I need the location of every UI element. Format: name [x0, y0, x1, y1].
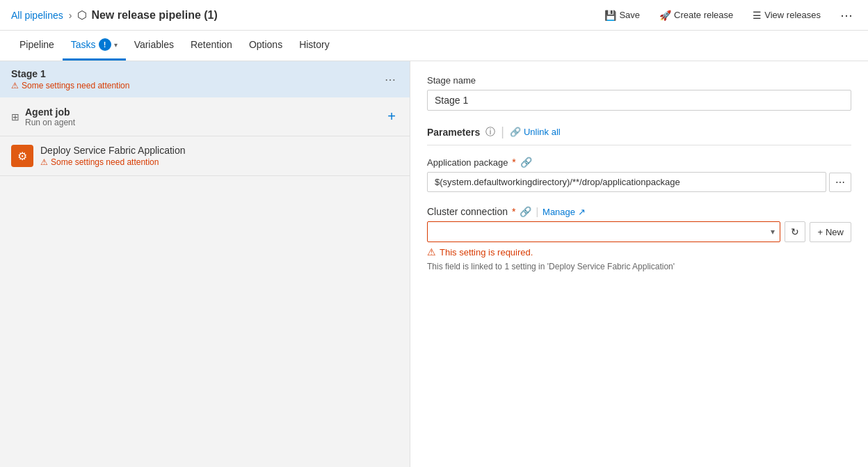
page-title: New release pipeline (1) [91, 9, 217, 22]
stage-name-input[interactable] [427, 90, 851, 111]
tab-options-label: Options [249, 39, 282, 50]
header-actions: 💾 Save 🚀 Create release ☰ View releases … [600, 5, 857, 26]
error-message: ⚠ This setting is required. [427, 246, 851, 258]
tab-variables[interactable]: Variables [126, 31, 182, 61]
tab-pipeline[interactable]: Pipeline [11, 31, 63, 61]
cluster-required-star: * [512, 206, 515, 217]
tab-pipeline-label: Pipeline [19, 39, 54, 50]
error-icon: ⚠ [427, 246, 436, 258]
agent-job-info: Agent job Run on agent [25, 106, 75, 127]
left-panel: Stage 1 ⚠ Some settings need attention ⋯… [0, 61, 410, 467]
cluster-label-row: Cluster connection * 🔗 | Manage ↗ [427, 206, 851, 217]
tab-retention[interactable]: Retention [182, 31, 241, 61]
right-panel: Stage name Parameters ⓘ | 🔗 Unlink all A… [410, 61, 868, 467]
manage-label: Manage [542, 207, 575, 217]
header: All pipelines › ⬡ New release pipeline (… [0, 0, 868, 31]
create-release-icon: 🚀 [659, 10, 671, 21]
app-package-input[interactable] [427, 172, 826, 192]
stage-more-button[interactable]: ⋯ [382, 70, 399, 89]
stage-header-left: Stage 1 ⚠ Some settings need attention [11, 68, 129, 90]
view-releases-icon: ☰ [753, 10, 762, 21]
task-warning-icon: ⚠ [40, 157, 48, 167]
new-connection-button[interactable]: + New [810, 222, 851, 242]
main-layout: Stage 1 ⚠ Some settings need attention ⋯… [0, 61, 868, 467]
task-warning: ⚠ Some settings need attention [40, 157, 186, 167]
cluster-connection-label: Cluster connection [427, 206, 508, 217]
cluster-input-row: ▾ ↻ + New [427, 221, 851, 242]
stage-warning-icon: ⚠ [11, 81, 19, 90]
new-connection-plus-icon: + [817, 227, 823, 237]
refresh-button[interactable]: ↻ [785, 221, 805, 242]
agent-job-left: ⊞ Agent job Run on agent [11, 106, 75, 127]
app-package-link-icon[interactable]: 🔗 [520, 157, 532, 168]
tasks-badge: ! [99, 38, 111, 51]
unlink-all-button[interactable]: 🔗 Unlink all [510, 127, 561, 137]
create-release-label: Create release [674, 10, 733, 20]
nav-tabs: Pipeline Tasks ! ▾ Variables Retention O… [0, 31, 868, 61]
more-options-button[interactable]: ⋯ [836, 5, 857, 26]
add-task-button[interactable]: + [385, 106, 399, 127]
stage-name-field-group: Stage name [427, 75, 851, 111]
cluster-link-icon[interactable]: 🔗 [520, 206, 531, 217]
task-title: Deploy Service Fabric Application [40, 145, 186, 156]
stage-name: Stage 1 [11, 68, 129, 79]
deploy-task-icon: ⚙ [11, 145, 33, 167]
app-package-label: Application package [427, 157, 508, 168]
breadcrumb-link[interactable]: All pipelines [11, 10, 63, 21]
unlink-all-label: Unlink all [524, 127, 561, 137]
task-info: Deploy Service Fabric Application ⚠ Some… [40, 145, 186, 167]
new-connection-label: New [826, 227, 844, 237]
app-package-required-star: * [512, 157, 515, 168]
app-package-row: ⋯ [427, 172, 851, 192]
tab-history-label: History [299, 39, 330, 50]
cluster-select-wrapper: ▾ [427, 221, 780, 242]
tab-tasks[interactable]: Tasks ! ▾ [63, 31, 126, 61]
cluster-separator: | [536, 206, 538, 217]
params-title: Parameters [427, 127, 480, 138]
deploy-task[interactable]: ⚙ Deploy Service Fabric Application ⚠ So… [0, 136, 410, 176]
view-releases-label: View releases [764, 10, 821, 20]
save-icon: 💾 [604, 10, 616, 21]
cluster-connection-field-group: Cluster connection * 🔗 | Manage ↗ ▾ ↻ [427, 206, 851, 271]
tab-retention-label: Retention [191, 39, 232, 50]
tab-options[interactable]: Options [241, 31, 291, 61]
params-info-icon[interactable]: ⓘ [485, 126, 495, 138]
agent-job: ⊞ Agent job Run on agent + [0, 97, 410, 136]
cluster-connection-select[interactable] [427, 221, 780, 242]
stage-warning: ⚠ Some settings need attention [11, 81, 129, 90]
tab-variables-label: Variables [134, 39, 174, 50]
tab-history[interactable]: History [291, 31, 338, 61]
agent-job-icon: ⊞ [11, 111, 19, 122]
task-warning-text: Some settings need attention [51, 157, 159, 167]
create-release-button[interactable]: 🚀 Create release [655, 7, 737, 24]
stage-name-field-label: Stage name [427, 75, 851, 86]
cluster-helper-text: This field is linked to 1 setting in 'De… [427, 262, 851, 271]
save-label: Save [619, 10, 640, 20]
header-left: All pipelines › ⬡ New release pipeline (… [11, 8, 218, 22]
stage-warning-text: Some settings need attention [22, 81, 129, 90]
save-button[interactable]: 💾 Save [600, 7, 644, 24]
agent-job-title: Agent job [25, 106, 75, 118]
view-releases-button[interactable]: ☰ View releases [748, 7, 825, 24]
app-package-ellipsis-button[interactable]: ⋯ [829, 173, 851, 192]
tasks-chevron-icon: ▾ [114, 41, 118, 49]
breadcrumb-separator: › [69, 10, 72, 21]
manage-link[interactable]: Manage ↗ [542, 207, 586, 217]
params-header: Parameters ⓘ | 🔗 Unlink all [427, 125, 851, 145]
agent-job-subtitle: Run on agent [25, 118, 75, 127]
manage-external-icon: ↗ [578, 207, 586, 217]
app-package-field-group: Application package * 🔗 ⋯ [427, 157, 851, 192]
error-text: This setting is required. [440, 247, 533, 258]
params-separator: | [501, 125, 504, 139]
tab-tasks-label: Tasks [71, 39, 96, 50]
unlink-icon: 🔗 [510, 127, 521, 137]
stage-header: Stage 1 ⚠ Some settings need attention ⋯ [0, 61, 410, 97]
pipeline-icon: ⬡ [77, 8, 87, 22]
